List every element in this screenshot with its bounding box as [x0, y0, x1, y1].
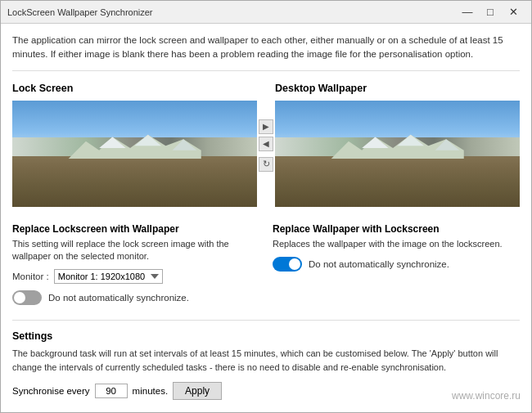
info-columns: Replace Lockscreen with Wallpaper This s…	[12, 223, 520, 311]
sync-row: Synchronise every 90 minutes. Apply	[12, 382, 520, 400]
lockscreen-toggle-row: Do not automatically synchronize.	[12, 290, 259, 305]
mountain-graphic	[12, 132, 257, 159]
lock-screen-image	[12, 101, 257, 207]
section-divider	[12, 320, 520, 321]
svg-marker-6	[398, 134, 425, 146]
monitor-select[interactable]: Monitor 1: 1920x1080 Monitor 2 All Monit…	[54, 269, 163, 284]
wallpaper-toggle-track	[273, 257, 302, 272]
app-title: LockScreen Wallpaper Synchronizer	[7, 7, 153, 17]
refresh-button[interactable]: ↻	[259, 157, 273, 172]
mountain-svg-right	[275, 132, 520, 159]
watermark: www.wincore.ru	[452, 390, 521, 402]
mountain-svg	[12, 132, 257, 159]
wallpaper-sync-toggle[interactable]	[273, 257, 302, 272]
lockscreen-toggle-thumb	[14, 292, 25, 303]
maximize-button[interactable]: □	[479, 1, 502, 24]
titlebar: LockScreen Wallpaper Synchronizer — □ ✕	[1, 1, 531, 24]
lock-screen-preview	[12, 101, 257, 207]
settings-heading: Settings	[12, 330, 520, 342]
monitor-row: Monitor : Monitor 1: 1920x1080 Monitor 2…	[12, 269, 259, 284]
wallpaper-toggle-thumb	[289, 258, 300, 270]
wallpaper-toggle-row: Do not automatically synchronize.	[273, 257, 520, 272]
monitor-label: Monitor :	[12, 272, 49, 281]
desktop-wallpaper-heading: Desktop Wallpaper	[275, 83, 520, 94]
sync-label-before: Synchronise every	[12, 386, 90, 396]
window-controls: — □ ✕	[456, 1, 525, 24]
desktop-wallpaper-preview	[275, 101, 520, 207]
app-description: The application can mirror the lock scre…	[12, 34, 520, 71]
sync-interval-input[interactable]: 90	[95, 384, 128, 398]
svg-marker-1	[99, 137, 126, 148]
main-content: The application can mirror the lock scre…	[1, 24, 531, 413]
replace-lockscreen-heading: Replace Lockscreen with Wallpaper	[12, 223, 259, 235]
desktop-wallpaper-column: Desktop Wallpaper	[275, 83, 520, 215]
replace-wallpaper-description: Replaces the wallpaper with the image on…	[273, 238, 520, 250]
desktop-wallpaper-image	[275, 101, 520, 207]
replace-lockscreen-section: Replace Lockscreen with Wallpaper This s…	[12, 223, 259, 311]
replace-lockscreen-description: This setting will replace the lock scree…	[12, 238, 259, 263]
lock-screen-column: Lock Screen	[12, 83, 257, 215]
replace-wallpaper-heading: Replace Wallpaper with Lockscreen	[273, 223, 520, 235]
lockscreen-sync-toggle[interactable]	[12, 290, 42, 305]
settings-description: The background task will run at set inte…	[12, 347, 520, 374]
left-arrow-button[interactable]: ◀	[259, 137, 273, 151]
svg-marker-5	[362, 137, 389, 148]
minimize-button[interactable]: —	[456, 1, 479, 24]
sync-arrows: ▶ ◀ ↻	[257, 83, 275, 172]
replace-wallpaper-section: Replace Wallpaper with Lockscreen Replac…	[273, 223, 520, 276]
lockscreen-toggle-track	[12, 290, 42, 305]
right-arrow-button[interactable]: ▶	[259, 119, 273, 134]
images-row: Lock Screen ▶ ◀ ↻	[12, 83, 520, 215]
lock-screen-heading: Lock Screen	[12, 83, 257, 94]
lockscreen-toggle-label: Do not automatically synchronize.	[48, 293, 189, 303]
apply-button[interactable]: Apply	[173, 382, 222, 400]
settings-section: Settings The background task will run at…	[12, 330, 520, 400]
close-button[interactable]: ✕	[502, 1, 525, 24]
svg-marker-2	[135, 134, 162, 146]
wallpaper-toggle-label: Do not automatically synchronize.	[309, 259, 449, 269]
sync-label-after: minutes.	[133, 386, 168, 396]
mountain-graphic-right	[275, 132, 520, 159]
